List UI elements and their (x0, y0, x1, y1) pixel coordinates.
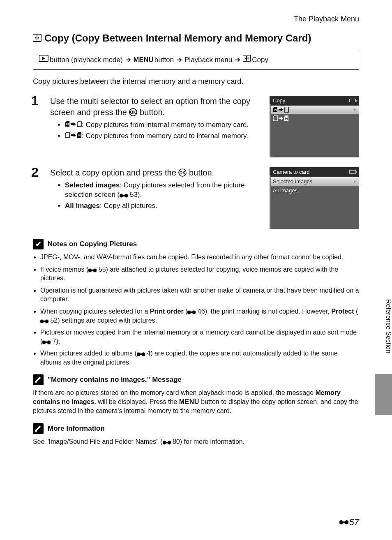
list-item: Selected images: Copy pictures selected … (65, 181, 263, 200)
reference-icon (137, 352, 145, 357)
pencil-icon (33, 423, 44, 434)
page-title: Copy (Copy Between Internal Memory and M… (33, 32, 359, 44)
screen-row-text: All images (273, 187, 297, 194)
side-label: Reference Section (375, 296, 392, 374)
bullet-label: Selected images (65, 181, 120, 189)
chevron-right-icon (354, 108, 356, 111)
step-1: 1 Use the multi selector to select an op… (33, 96, 359, 157)
step-number: 1 (31, 93, 39, 108)
bullet-text: : Copy pictures from internal memory to … (82, 121, 249, 129)
notes-list: JPEG-, MOV-, and WAV-format files can be… (33, 253, 359, 367)
bullet-text: 53). (128, 191, 142, 198)
intro-text: Copy pictures between the internal memor… (33, 77, 359, 86)
arrow-icon: ➔ (125, 55, 131, 64)
more-info-title: More Information (48, 425, 105, 433)
list-item: Pictures or movies copied from the inter… (40, 328, 359, 346)
nav-text: button (154, 56, 174, 64)
message-heading: "Memory contains no images." Message (33, 374, 359, 385)
camera-screen-options: Camera to card Selected images All image… (270, 167, 359, 229)
menu-button-label: MENU (134, 56, 154, 64)
screen-title: Copy (273, 97, 285, 104)
battery-icon (349, 170, 356, 174)
page-number-text: 57 (349, 517, 359, 528)
pencil-icon (33, 374, 44, 385)
running-head: The Playback Menu (33, 15, 359, 23)
reference-icon (120, 193, 128, 198)
message-title: "Memory contains no images." Message (48, 376, 182, 384)
copy-icon (243, 55, 251, 65)
nav-text: Playback menu (184, 56, 232, 64)
reference-icon (163, 440, 171, 445)
screen-row (270, 114, 359, 122)
reference-icon (187, 310, 196, 315)
breadcrumb: button (playback mode) ➔ MENU button ➔ P… (33, 50, 359, 70)
screen-title: Camera to card (273, 169, 310, 175)
screen-row-highlight: Selected images (270, 177, 359, 186)
play-icon (39, 55, 49, 65)
reference-icon (40, 319, 48, 324)
ok-button-icon (178, 168, 187, 177)
side-tab-indicator (375, 374, 392, 415)
list-item: JPEG-, MOV-, and WAV-format files can be… (40, 253, 359, 262)
arrow-icon: ➔ (235, 55, 240, 64)
reference-icon (42, 340, 51, 345)
side-tab: Reference Section (375, 296, 392, 415)
step-number: 2 (31, 165, 39, 180)
notes-heading: ✔ Notes on Copying Pictures (33, 239, 359, 249)
nav-text: Copy (252, 56, 268, 64)
more-info-heading: More Information (33, 423, 359, 434)
screen-row: All images (270, 186, 359, 195)
card-to-in-icon (65, 132, 82, 138)
copy-icon (33, 34, 42, 42)
list-item: All images: Copy all pictures. (65, 201, 263, 211)
screen-row-text: Selected images (273, 178, 312, 185)
check-icon: ✔ (33, 239, 44, 249)
camera-screen-copy: Copy (270, 96, 359, 157)
reference-icon (88, 268, 97, 273)
page-number: 57 (339, 517, 359, 528)
list-item: : Copy pictures from internal memory to … (65, 120, 263, 130)
chevron-right-icon (354, 180, 356, 183)
step-2: 2 Select a copy option and press the but… (33, 167, 359, 229)
page-title-text: Copy (Copy Between Internal Memory and M… (44, 32, 311, 44)
bullet-text: : Copy all pictures. (100, 202, 157, 210)
more-info-body: See "Image/Sound File and Folder Names" … (33, 437, 359, 446)
reference-icon (339, 519, 348, 525)
step-text: Select a copy option and press the (50, 168, 178, 177)
list-item: : Copy pictures from memory card to inte… (65, 132, 263, 141)
bullet-label: All images (65, 202, 100, 210)
bullet-text: : Copy pictures from memory card to inte… (82, 132, 248, 140)
notes-title: Notes on Copying Pictures (48, 240, 137, 248)
list-item: When pictures added to albums ( 4) are c… (40, 349, 359, 367)
arrow-icon: ➔ (176, 55, 182, 64)
ok-button-icon (129, 108, 137, 116)
nav-text: button (playback mode) (50, 56, 123, 64)
screen-row-highlight (270, 105, 359, 114)
message-body: If there are no pictures stored on the m… (33, 388, 359, 416)
battery-icon (349, 99, 356, 102)
step-text: button. (137, 108, 165, 117)
list-item: When copying pictures selected for a Pri… (40, 307, 359, 325)
list-item: If voice memos ( 55) are attached to pic… (40, 265, 359, 283)
step-head: Use the multi selector to select an opti… (50, 96, 263, 118)
in-to-card-icon (65, 121, 82, 127)
step-head: Select a copy option and press the butto… (50, 167, 263, 178)
list-item: Operation is not guaranteed with picture… (40, 286, 359, 304)
menu-button-label: MENU (179, 398, 199, 405)
step-text: button. (187, 168, 214, 177)
